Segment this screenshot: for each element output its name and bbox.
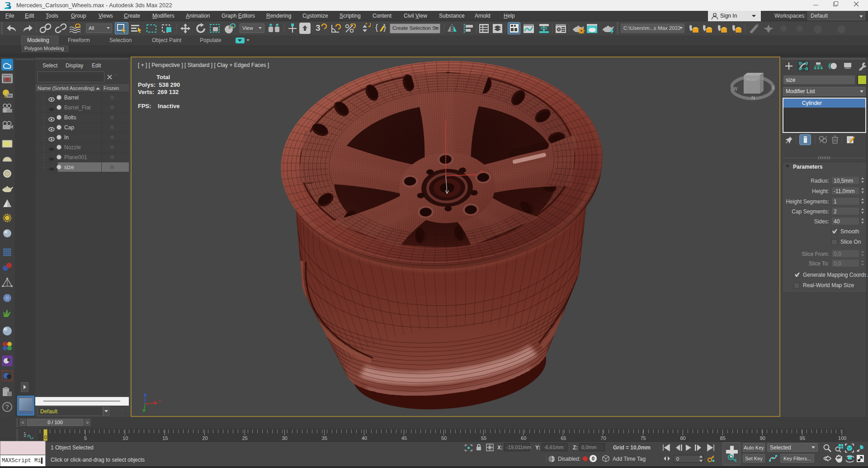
svg-text:x: x: [159, 398, 161, 403]
svg-text:FRONT: FRONT: [745, 78, 758, 82]
svg-text:W: W: [733, 86, 738, 91]
svg-text:?: ?: [5, 403, 9, 411]
svg-text:x: x: [480, 169, 482, 174]
svg-text:E: E: [772, 85, 775, 90]
svg-text:N: N: [751, 95, 755, 100]
